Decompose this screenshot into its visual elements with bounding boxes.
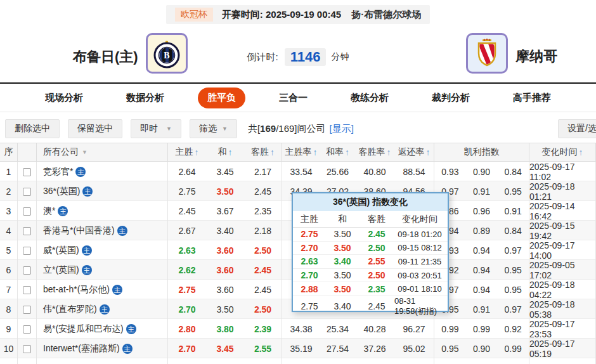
countdown-value: 1146 xyxy=(285,48,327,66)
row-checkbox[interactable] xyxy=(23,325,31,334)
filter-dropdown[interactable]: 筛选▼ xyxy=(190,119,237,138)
draw-rate: 27.54 xyxy=(320,339,355,359)
home-odds: 2.80 xyxy=(168,319,206,339)
popup-header-draw: 和 xyxy=(326,211,359,227)
header-away-odds[interactable]: 客胜↑ xyxy=(244,143,282,161)
popup-home-odds: 2.63 xyxy=(293,255,326,268)
keep-selected-button[interactable]: 保留选中 xyxy=(68,119,122,138)
company-name[interactable]: 伟*(直布罗陀)主 xyxy=(37,299,168,320)
header-home-odds[interactable]: 主胜↑ xyxy=(168,143,206,161)
kelly-values: 0.990.990.92 xyxy=(434,324,529,334)
settings-button[interactable]: 设置/选择 xyxy=(558,119,596,138)
chevron-down-icon: ▼ xyxy=(222,126,228,132)
company-name[interactable]: 威*(英国)主 xyxy=(37,240,168,261)
delete-selected-button[interactable]: 删除选中 xyxy=(5,119,60,138)
header-draw-odds[interactable]: 和↑ xyxy=(206,143,244,161)
row-index: 10 xyxy=(0,339,18,359)
row-checkbox[interactable] xyxy=(23,247,31,255)
away-odds: 2.45 xyxy=(244,260,282,280)
row-checkbox[interactable] xyxy=(23,207,31,216)
popup-history-row: 2.753.402.4508-31 19:58(初指) xyxy=(293,296,448,310)
row-checkbox[interactable] xyxy=(23,286,31,294)
popup-header-time: 变化时间 xyxy=(394,211,445,227)
odds-history-popup: 36*(英国) 指数变化 主胜 和 客胜 变化时间 2.753.502.4509… xyxy=(292,192,449,312)
change-time: 2025-09-17 23:53 xyxy=(529,319,596,339)
draw-odds: 3.45 xyxy=(206,339,244,359)
company-name[interactable]: bet-at-h*(马尔他)主 xyxy=(37,280,168,300)
header-draw-rate[interactable]: 和率↑ xyxy=(320,143,355,161)
company-count: 共[169/169]间公司 xyxy=(248,123,326,135)
league-badge[interactable]: 欧冠杯 xyxy=(175,8,213,22)
tab-three-in-one[interactable]: 三合一 xyxy=(269,88,317,108)
popup-away-odds: 2.35 xyxy=(359,282,394,296)
draw-odds: 3.60 xyxy=(206,240,244,261)
tab-coach-analysis[interactable]: 教练分析 xyxy=(341,88,398,108)
company-label: 威*(英国) xyxy=(43,245,79,256)
tab-live-analysis[interactable]: 现场分析 xyxy=(36,88,93,108)
company-name[interactable]: 36*(英国)主 xyxy=(37,181,168,202)
home-badge-icon: 主 xyxy=(82,245,92,256)
header-change-time[interactable]: 变化时间↑ xyxy=(529,143,596,161)
row-checkbox-cell xyxy=(18,221,37,241)
header-home-rate[interactable]: 主胜率↑ xyxy=(282,143,320,161)
row-checkbox-cell xyxy=(18,299,37,320)
draw-odds: 3.60 xyxy=(206,280,244,300)
tab-referee-analysis[interactable]: 裁判分析 xyxy=(422,88,479,108)
company-name[interactable]: 竞彩官*主 xyxy=(37,162,168,182)
away-odds: 2.35 xyxy=(244,201,282,221)
sort-up-icon: ↑ xyxy=(228,147,233,157)
home-odds: 2.45 xyxy=(168,201,206,221)
draw-odds: 3.60 xyxy=(206,260,244,280)
company-name[interactable]: 香港马*(中国香港)主 xyxy=(37,221,168,241)
row-checkbox-cell xyxy=(18,260,37,280)
draw-odds: 3.80 xyxy=(206,319,244,339)
row-index: 3 xyxy=(0,201,18,221)
away-odds: 2.45 xyxy=(244,181,282,202)
popup-draw-odds: 3.40 xyxy=(326,296,359,317)
popup-home-odds: 2.75 xyxy=(293,296,326,317)
away-odds: 2.50 xyxy=(244,299,282,320)
popup-body: 2.753.502.4509-18 01:202.703.502.5009-15… xyxy=(293,228,448,310)
popup-history-row: 2.703.502.5009-03 20:51 xyxy=(293,269,448,283)
row-checkbox[interactable] xyxy=(23,306,31,314)
sort-up-icon: ↑ xyxy=(345,147,349,157)
away-team-logo xyxy=(466,33,508,74)
home-odds: 2.62 xyxy=(168,260,206,280)
tab-data-analysis[interactable]: 数据分析 xyxy=(117,88,174,108)
row-checkbox[interactable] xyxy=(23,188,31,196)
table-row: 9易*(安提瓜和巴布达)主2.803.802.3934.3825.3440.28… xyxy=(0,319,596,339)
match-info-bar: 欧冠杯 开赛时间: 2025-09-19 00:45 扬·布雷德尔球场 xyxy=(166,5,430,24)
away-odds: 2.18 xyxy=(244,221,282,241)
change-time: 2025-09-14 16:42 xyxy=(529,201,596,221)
company-label: bet-at-h*(马尔他) xyxy=(43,284,110,296)
row-checkbox-cell xyxy=(18,201,37,221)
away-rate: 40.80 xyxy=(355,162,394,182)
live-odds-dropdown[interactable]: 即时▼ xyxy=(131,119,181,138)
popup-change-time: 09-01 18:10 xyxy=(394,282,445,296)
company-name[interactable]: Interwet*(塞浦路斯)主 xyxy=(37,339,168,359)
popup-draw-odds: 3.50 xyxy=(326,269,359,282)
company-name[interactable]: 立*(英国)主 xyxy=(37,260,168,280)
row-checkbox[interactable] xyxy=(23,266,31,275)
change-time: 2025-09-17 05:19 xyxy=(529,339,596,359)
header-company[interactable]: 所有公司▼ xyxy=(37,143,168,161)
home-badge-icon: 主 xyxy=(117,226,127,236)
change-time: 2025-09-05 17:02 xyxy=(529,260,596,280)
header-away-rate[interactable]: 客胜率↑ xyxy=(355,143,394,161)
show-link[interactable]: [显示] xyxy=(330,123,354,135)
row-checkbox[interactable] xyxy=(23,227,31,235)
table-row: 10Interwet*(塞浦路斯)主2.703.452.5535.1927.54… xyxy=(0,339,596,358)
row-checkbox[interactable] xyxy=(23,168,31,176)
popup-header-home: 主胜 xyxy=(293,211,326,227)
row-checkbox[interactable] xyxy=(23,345,31,353)
popup-history-row: 2.703.502.5009-15 08:12 xyxy=(293,242,448,256)
tab-win-draw-lose[interactable]: 胜平负 xyxy=(198,88,245,108)
company-name[interactable]: 澳*主 xyxy=(37,201,168,221)
kelly-values: 0.930.900.84 xyxy=(434,167,529,177)
tab-expert-picks[interactable]: 高手推荐 xyxy=(503,88,560,108)
away-rate: 40.28 xyxy=(355,319,394,339)
company-name[interactable]: 易*(安提瓜和巴布达)主 xyxy=(37,319,168,339)
row-checkbox-cell xyxy=(18,162,37,182)
row-index: 1 xyxy=(0,162,18,182)
header-return-rate[interactable]: 返还率↑ xyxy=(394,143,434,161)
